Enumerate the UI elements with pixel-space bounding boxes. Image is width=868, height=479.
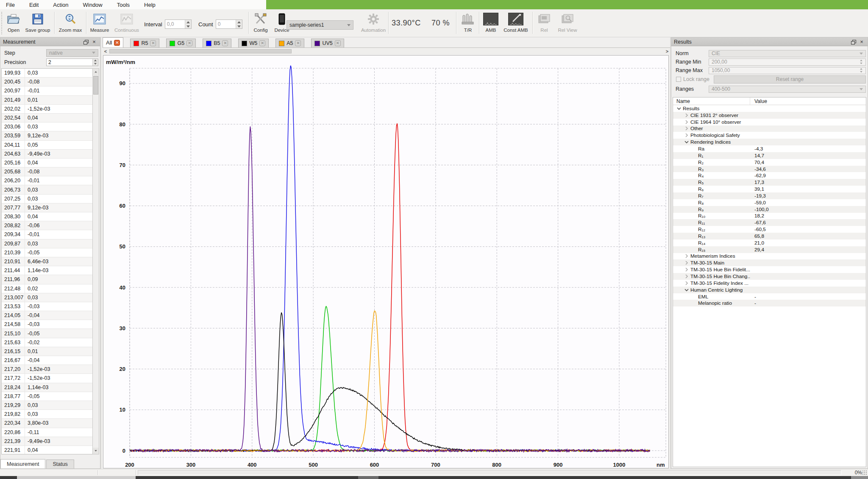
count-input[interactable] <box>216 20 236 28</box>
close-panel-icon[interactable]: × <box>91 39 97 45</box>
menu-tools[interactable]: Tools <box>115 1 131 9</box>
measurement-row[interactable]: 209,34-0,01 <box>2 230 92 239</box>
results-tree-header[interactable]: Name Value <box>673 97 866 105</box>
tree-row[interactable]: R₂70,4 <box>673 159 866 166</box>
tree-row[interactable]: R₁₁-67,6 <box>673 219 866 226</box>
menu-window[interactable]: Window <box>81 1 104 9</box>
menu-action[interactable]: Action <box>51 1 70 9</box>
const-amb-button[interactable]: Const AMB <box>503 11 529 36</box>
amb-button[interactable]: AMB <box>481 11 500 36</box>
measurement-row[interactable]: 207,779,12e-03 <box>2 203 92 212</box>
measurement-row[interactable]: 204,110,05 <box>2 141 92 150</box>
measurement-row[interactable]: 221,910,04 <box>2 446 92 454</box>
close-panel-icon[interactable]: × <box>858 39 865 45</box>
value-column-header[interactable]: Value <box>750 98 767 104</box>
measurement-row[interactable]: 217,72-1,52e-03 <box>2 374 92 383</box>
left-splitter[interactable] <box>100 37 101 469</box>
tree-row[interactable]: R₇-19,3 <box>673 192 866 199</box>
chevron-right-icon[interactable] <box>684 274 689 278</box>
menu-file[interactable]: File <box>4 1 17 9</box>
measurement-row[interactable]: 200,45-0,08 <box>2 78 92 86</box>
tree-row[interactable]: R₅17,3 <box>673 179 866 186</box>
measurement-row[interactable]: 213,53-0,03 <box>2 302 92 311</box>
count-spinner[interactable] <box>236 20 242 28</box>
measurement-row[interactable]: 206,730,03 <box>2 185 92 194</box>
name-column-header[interactable]: Name <box>673 97 750 105</box>
tree-row[interactable]: EML- <box>673 293 866 300</box>
measurement-row[interactable]: 210,916,46e-03 <box>2 257 92 266</box>
chevron-right-icon[interactable] <box>684 261 689 265</box>
interval-spinner[interactable] <box>185 20 191 28</box>
tree-row[interactable]: TM-30-15 Hue Bin Fidelit... <box>673 266 866 273</box>
tree-row[interactable]: R₁₀18,2 <box>673 213 866 220</box>
chevron-down-icon[interactable] <box>684 140 689 144</box>
measurement-row[interactable]: 212,480,02 <box>2 284 92 293</box>
chart-tab-w5[interactable]: W5✕ <box>238 39 269 47</box>
continuous-button[interactable]: Continuous <box>113 11 141 36</box>
tree-row[interactable]: R₁₅29,4 <box>673 246 866 253</box>
chart-tab-r5[interactable]: R5✕ <box>130 39 159 47</box>
measurement-row[interactable]: 205,68-0,08 <box>2 167 92 176</box>
lock-range-checkbox[interactable] <box>676 77 681 82</box>
close-tab-icon[interactable]: ✕ <box>295 40 301 46</box>
measurement-row[interactable]: 204,63-9,49e-03 <box>2 150 92 159</box>
range-min-spinbox[interactable]: 200,00 <box>709 58 866 66</box>
tree-row[interactable]: R₉-100,0 <box>673 206 866 213</box>
measurement-row[interactable]: 218,241,14e-03 <box>2 383 92 392</box>
panel-tab-measurement[interactable]: Measurement <box>0 459 45 468</box>
tree-row[interactable]: Metamerism Indices <box>673 253 866 260</box>
chart-tab-b5[interactable]: B5✕ <box>203 39 231 47</box>
tree-row[interactable]: CIE 1964 10° observer <box>673 119 866 125</box>
tree-row[interactable]: Ra-4,3 <box>673 145 866 152</box>
scroll-right-icon[interactable]: > <box>664 49 670 54</box>
measurement-row[interactable]: 202,02-1,52e-03 <box>2 105 92 114</box>
measurement-scrollbar[interactable] <box>92 68 99 454</box>
measurement-row[interactable]: 208,300,04 <box>2 212 92 221</box>
float-panel-icon[interactable] <box>850 39 857 45</box>
automation-button[interactable]: Automation <box>359 11 387 36</box>
measurement-row[interactable]: 218,77-0,05 <box>2 392 92 401</box>
close-tab-icon[interactable]: ✕ <box>335 40 341 46</box>
ranges-dropdown[interactable]: 400-500 <box>709 86 866 93</box>
range-max-spinner[interactable] <box>860 68 863 73</box>
tree-row[interactable]: TM-30-15 Main <box>673 259 866 266</box>
chevron-right-icon[interactable] <box>684 126 689 131</box>
norm-dropdown[interactable]: CIE <box>709 50 866 57</box>
measurement-row[interactable]: 213,0070,03 <box>2 293 92 302</box>
tree-row[interactable]: R₁₃65,8 <box>673 233 866 240</box>
tr-button[interactable]: T/R <box>459 11 477 36</box>
zoom-max-button[interactable]: Zoom max <box>58 11 83 36</box>
chart-tab-a5[interactable]: A5✕ <box>275 39 304 47</box>
chart-tab-g5[interactable]: G5✕ <box>166 39 196 47</box>
resize-grip[interactable] <box>862 470 867 475</box>
precision-input[interactable] <box>47 59 92 66</box>
measurement-row[interactable]: 202,540,04 <box>2 114 92 123</box>
measurement-row[interactable]: 200,97-0,01 <box>2 86 92 95</box>
tree-row[interactable]: Photobiological Safety <box>673 132 866 139</box>
spectrum-chart[interactable]: 0102030405060708090200300400500600700800… <box>103 55 669 468</box>
measurement-table[interactable]: 199,930,03200,45-0,08200,97-0,01201,490,… <box>1 68 93 454</box>
scroll-left-icon[interactable]: < <box>103 49 108 54</box>
measurement-row[interactable]: 207,250,03 <box>2 195 92 203</box>
interval-input[interactable] <box>165 20 185 28</box>
measurement-row[interactable]: 211,441,14e-03 <box>2 266 92 275</box>
scroll-down-icon[interactable] <box>93 448 99 454</box>
chevron-down-icon[interactable] <box>676 106 682 111</box>
tab-scroll-thumb[interactable] <box>109 49 292 53</box>
chart-tab-all[interactable]: All✕ <box>103 37 123 47</box>
chevron-right-icon[interactable] <box>684 120 689 124</box>
measurement-row[interactable]: 209,870,03 <box>2 240 92 248</box>
measurement-row[interactable]: 201,490,01 <box>2 96 92 105</box>
precision-spinbox[interactable] <box>46 58 98 66</box>
reset-range-button[interactable]: Reset range <box>714 75 866 84</box>
close-tab-icon[interactable]: ✕ <box>150 40 156 46</box>
measurement-row[interactable]: 214,58-0,03 <box>2 320 92 329</box>
series-selector-dropdown[interactable]: sample-series1 <box>287 20 353 30</box>
range-min-spinner[interactable] <box>860 59 863 64</box>
measurement-row[interactable]: 208,82-0,06 <box>2 221 92 230</box>
interval-spinbox[interactable] <box>165 19 192 29</box>
tree-row[interactable]: R₁₂-60,5 <box>673 226 866 233</box>
measurement-row[interactable]: 215,10-0,05 <box>2 329 92 338</box>
chart-tab-uv5[interactable]: UV5✕ <box>311 39 344 47</box>
tree-row[interactable]: R₁14,7 <box>673 152 866 159</box>
